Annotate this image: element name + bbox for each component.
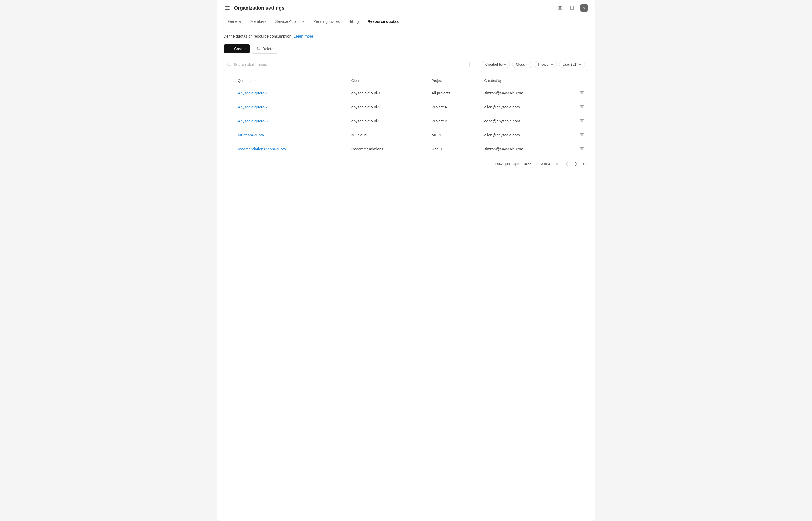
row-created-by: allen@anyscale.com	[481, 100, 575, 114]
row-created-by: allen@anyscale.com	[481, 128, 575, 142]
row-delete-button[interactable]	[579, 104, 585, 111]
row-checkbox-cell	[223, 142, 235, 156]
row-checkbox-cell	[223, 86, 235, 100]
row-checkbox[interactable]	[227, 91, 231, 95]
chevron-down-icon	[551, 63, 553, 66]
row-quota-name: recomendations-team-quota	[235, 142, 348, 156]
table-row: Anyscale-quota-2 anyscale-cloud-2 Projec…	[223, 100, 589, 114]
col-project: Project	[428, 75, 481, 86]
row-quota-name: ML-team-quota	[235, 128, 348, 142]
save-icon	[570, 6, 574, 10]
row-checkbox-cell	[223, 114, 235, 128]
pagination-range: 1 - 3 of 3	[536, 162, 550, 166]
tab-pending-invites[interactable]: Pending Invites	[309, 16, 344, 27]
avatar[interactable]: S	[580, 4, 589, 13]
row-delete-button[interactable]	[579, 90, 585, 97]
row-delete-cell	[575, 128, 589, 142]
description-text: Define quotas on resource consumption. L…	[223, 34, 589, 39]
table-row: ML-team-quota ML cloud ML_1 allen@anysca…	[223, 128, 589, 142]
rows-per-page: Rows per page: 10 25 50	[496, 161, 532, 166]
app-header: Organization settings S	[217, 0, 595, 16]
row-delete-button[interactable]	[579, 117, 585, 124]
row-checkbox[interactable]	[227, 146, 231, 151]
tab-billing[interactable]: Billing	[344, 16, 363, 27]
quota-name-link[interactable]: recomendations-team-quota	[238, 147, 286, 151]
trash-icon	[580, 105, 584, 109]
row-project: All projects	[428, 86, 481, 100]
filter-chip-user[interactable]: User (p1)	[559, 61, 585, 68]
tab-service-accounts[interactable]: Service Accounts	[271, 16, 309, 27]
row-created-by: cong@anyscale.com	[481, 114, 575, 128]
rows-per-page-label: Rows per page:	[496, 162, 520, 166]
svg-rect-4	[571, 8, 573, 9]
camera-icon	[558, 6, 562, 10]
table-header-row: Quota name Cloud Project Created by	[223, 75, 589, 86]
row-project: ML_1	[428, 128, 481, 142]
row-project: Project B	[428, 114, 481, 128]
filter-bar: Created by Cloud Project User (p1)	[223, 58, 589, 71]
tab-general[interactable]: General	[223, 16, 246, 27]
col-created-by: Created by	[481, 75, 575, 86]
next-page-button[interactable]: ❯	[573, 161, 579, 167]
first-page-button[interactable]: ⏮	[554, 161, 562, 167]
tab-resource-quotas[interactable]: Resource quotas	[363, 16, 403, 27]
menu-icon[interactable]	[223, 5, 231, 11]
prev-page-button[interactable]: ❮	[564, 161, 570, 167]
rows-per-page-select[interactable]: 10 25 50	[522, 161, 532, 166]
row-delete-cell	[575, 114, 589, 128]
row-cloud: anyscale-cloud-2	[348, 100, 428, 114]
trash-icon	[580, 133, 584, 137]
header-right: S	[555, 4, 589, 13]
row-cloud: Recommendations	[348, 142, 428, 156]
row-quota-name: Anyscale-quota-3	[235, 114, 348, 128]
row-project: Project A	[428, 100, 481, 114]
svg-rect-0	[558, 6, 562, 9]
delete-button[interactable]: Delete	[252, 44, 278, 53]
col-actions	[575, 75, 589, 86]
row-created-by: simran@anyscale.com	[481, 86, 575, 100]
search-wrapper	[227, 62, 466, 67]
quota-table: Quota name Cloud Project Created by Anys…	[223, 75, 589, 156]
row-checkbox[interactable]	[227, 105, 231, 109]
filter-chip-created-by[interactable]: Created by	[482, 61, 510, 68]
trash-icon	[580, 119, 584, 123]
row-delete-cell	[575, 86, 589, 100]
chevron-down-icon	[578, 63, 581, 66]
row-created-by: simran@anyscale.com	[481, 142, 575, 156]
col-quota-name: Quota name	[235, 75, 348, 86]
camera-button[interactable]	[555, 4, 564, 13]
row-delete-button[interactable]	[579, 132, 585, 139]
row-cloud: anyscale-cloud-3	[348, 114, 428, 128]
quota-name-link[interactable]: Anyscale-quota-2	[238, 105, 268, 109]
svg-point-1	[559, 7, 561, 9]
table-row: Anyscale-quota-1 anyscale-cloud-1 All pr…	[223, 86, 589, 100]
row-delete-button[interactable]	[579, 145, 585, 153]
trash-icon	[580, 146, 584, 151]
quota-name-link[interactable]: ML-team-quota	[238, 133, 264, 137]
action-bar: + + Create Delete	[223, 44, 589, 53]
trash-icon	[580, 91, 584, 95]
save-button[interactable]	[568, 4, 576, 13]
row-checkbox[interactable]	[227, 133, 231, 137]
tab-members[interactable]: Members	[246, 16, 271, 27]
page-title: Organization settings	[234, 5, 285, 11]
row-checkbox[interactable]	[227, 119, 231, 123]
select-all-header	[223, 75, 235, 86]
last-page-button[interactable]: ⏭	[581, 161, 589, 167]
filter-icon[interactable]	[473, 61, 479, 68]
filter-chip-project[interactable]: Project	[535, 61, 557, 68]
filter-chip-cloud[interactable]: Cloud	[512, 61, 532, 68]
table-row: Anyscale-quota-3 anyscale-cloud-3 Projec…	[223, 114, 589, 128]
quota-name-link[interactable]: Anyscale-quota-1	[238, 91, 268, 95]
table-row: recomendations-team-quota Recommendation…	[223, 142, 589, 156]
row-quota-name: Anyscale-quota-1	[235, 86, 348, 100]
main-content: Define quotas on resource consumption. L…	[217, 27, 595, 173]
quota-name-link[interactable]: Anyscale-quota-3	[238, 119, 268, 123]
row-checkbox-cell	[223, 128, 235, 142]
create-button[interactable]: + + Create	[223, 44, 250, 53]
select-all-checkbox[interactable]	[227, 78, 231, 82]
search-icon	[227, 62, 232, 67]
search-input[interactable]	[234, 62, 466, 67]
col-cloud: Cloud	[348, 75, 428, 86]
learn-more-link[interactable]: Learn more	[293, 34, 313, 39]
